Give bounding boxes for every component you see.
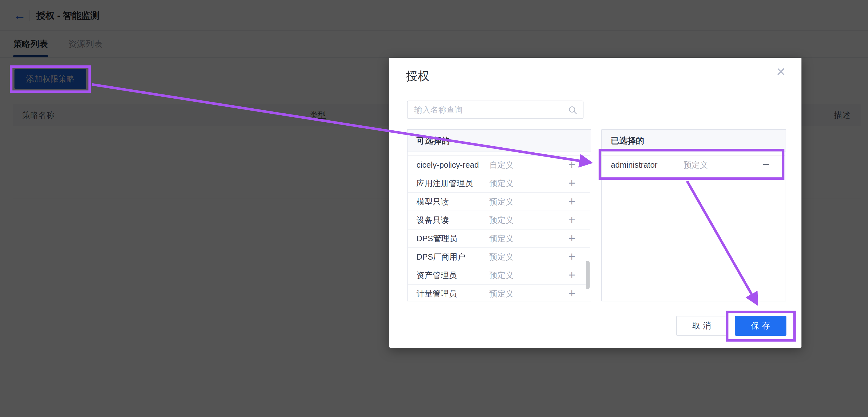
policy-type: 预定义 — [489, 174, 514, 192]
row-top-sliver — [602, 152, 785, 156]
policy-type: 预定义 — [489, 266, 514, 284]
plus-icon[interactable]: + — [563, 285, 580, 301]
policy-name: 应用注册管理员 — [416, 174, 473, 192]
policy-row: 设备只读预定义+ — [408, 211, 590, 230]
policy-type: 预定义 — [489, 285, 514, 301]
selected-list: administrator预定义− — [602, 152, 785, 174]
available-panel: 可选择的 cicely-policy-read自定义+应用注册管理员预定义+模型… — [407, 129, 591, 301]
policy-row: 模型只读预定义+ — [408, 193, 590, 211]
save-button[interactable]: 保 存 — [735, 316, 786, 336]
policy-row: DPS厂商用户预定义+ — [408, 248, 590, 266]
policy-name: 计量管理员 — [416, 285, 457, 301]
policy-type: 预定义 — [489, 248, 514, 266]
close-icon[interactable]: × — [773, 63, 789, 80]
plus-icon[interactable]: + — [563, 174, 580, 192]
policy-name: administrator — [611, 156, 657, 174]
policy-type: 预定义 — [489, 211, 514, 229]
available-panel-header: 可选择的 — [408, 130, 591, 152]
policy-row: DPS管理员预定义+ — [408, 230, 590, 248]
scrollbar-thumb[interactable] — [586, 261, 590, 289]
policy-type: 自定义 — [489, 156, 514, 174]
policy-row: cicely-policy-read自定义+ — [408, 156, 590, 174]
policy-row: administrator预定义− — [602, 156, 785, 174]
policy-type: 预定义 — [489, 193, 514, 211]
plus-icon[interactable]: + — [563, 156, 580, 173]
available-list: cicely-policy-read自定义+应用注册管理员预定义+模型只读预定义… — [408, 152, 591, 301]
modal-title: 授权 — [406, 69, 429, 83]
plus-icon[interactable]: + — [563, 266, 580, 284]
search-input[interactable] — [408, 101, 583, 118]
policy-name: 设备只读 — [416, 211, 449, 229]
search-icon — [568, 105, 578, 115]
cancel-button[interactable]: 取 消 — [676, 316, 727, 336]
selected-panel-header: 已选择的 — [602, 130, 785, 152]
policy-row: 资产管理员预定义+ — [408, 266, 590, 285]
policy-name: 资产管理员 — [416, 266, 457, 284]
plus-icon[interactable]: + — [563, 193, 580, 210]
authorization-modal: 授权 × 可选择的 cicely-policy-read自定义+应用注册管理员预… — [389, 58, 802, 348]
policy-type: 预定义 — [684, 156, 708, 174]
plus-icon[interactable]: + — [563, 230, 580, 247]
policy-type: 预定义 — [489, 230, 514, 247]
policy-name: cicely-policy-read — [416, 156, 479, 174]
policy-row: 应用注册管理员预定义+ — [408, 174, 590, 193]
policy-name: 模型只读 — [416, 193, 449, 211]
plus-icon[interactable]: + — [563, 211, 580, 229]
policy-row: 计量管理员预定义+ — [408, 285, 590, 301]
search-box — [407, 100, 584, 119]
minus-icon[interactable]: − — [758, 156, 774, 173]
screen: ← 授权 - 智能监测 策略列表资源列表 添加权限策略 策略名称类型描述 授权 … — [0, 0, 868, 417]
selected-panel: 已选择的 administrator预定义− — [601, 129, 786, 301]
policy-name: DPS管理员 — [416, 230, 457, 247]
scrolled-row-sliver — [408, 152, 590, 156]
plus-icon[interactable]: + — [563, 248, 580, 265]
policy-name: DPS厂商用户 — [416, 248, 465, 266]
